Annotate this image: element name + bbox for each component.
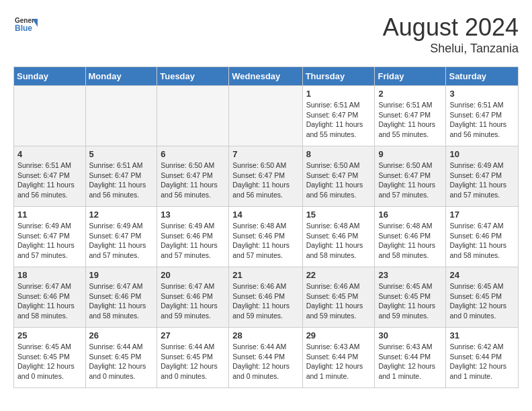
- calendar-cell: 30Sunrise: 6:43 AM Sunset: 6:44 PM Dayli…: [375, 328, 446, 388]
- logo: General Blue: [13, 13, 38, 38]
- day-info: Sunrise: 6:43 AM Sunset: 6:44 PM Dayligh…: [378, 342, 442, 381]
- logo-icon: General Blue: [13, 13, 38, 38]
- day-number: 14: [232, 210, 298, 220]
- day-info: Sunrise: 6:50 AM Sunset: 6:47 PM Dayligh…: [232, 161, 298, 200]
- title-block: August 2024 Shelui, Tanzania: [383, 13, 519, 56]
- calendar-cell: 20Sunrise: 6:47 AM Sunset: 6:46 PM Dayli…: [157, 267, 229, 328]
- calendar-cell: [157, 86, 229, 146]
- day-info: Sunrise: 6:45 AM Sunset: 6:45 PM Dayligh…: [17, 342, 82, 381]
- day-info: Sunrise: 6:47 AM Sunset: 6:46 PM Dayligh…: [449, 221, 515, 261]
- day-info: Sunrise: 6:49 AM Sunset: 6:47 PM Dayligh…: [89, 221, 154, 261]
- day-number: 29: [306, 330, 371, 340]
- calendar-header-row: SundayMondayTuesdayWednesdayThursdayFrid…: [14, 67, 519, 86]
- calendar-cell: 11Sunrise: 6:49 AM Sunset: 6:47 PM Dayli…: [14, 207, 86, 267]
- day-info: Sunrise: 6:46 AM Sunset: 6:46 PM Dayligh…: [232, 281, 298, 321]
- calendar-week-row: 1Sunrise: 6:51 AM Sunset: 6:47 PM Daylig…: [14, 86, 519, 146]
- day-number: 22: [306, 270, 371, 280]
- day-number: 15: [306, 210, 371, 220]
- day-number: 13: [161, 210, 225, 220]
- day-number: 3: [449, 89, 515, 99]
- calendar-cell: 13Sunrise: 6:49 AM Sunset: 6:46 PM Dayli…: [157, 207, 229, 267]
- location: Shelui, Tanzania: [383, 42, 519, 56]
- day-number: 27: [161, 330, 225, 340]
- calendar-cell: 19Sunrise: 6:47 AM Sunset: 6:46 PM Dayli…: [85, 267, 157, 328]
- col-header-sunday: Sunday: [14, 67, 86, 86]
- day-info: Sunrise: 6:47 AM Sunset: 6:46 PM Dayligh…: [89, 281, 154, 321]
- calendar-cell: 28Sunrise: 6:44 AM Sunset: 6:44 PM Dayli…: [229, 328, 302, 388]
- calendar-cell: 10Sunrise: 6:49 AM Sunset: 6:47 PM Dayli…: [446, 146, 519, 207]
- calendar-cell: 7Sunrise: 6:50 AM Sunset: 6:47 PM Daylig…: [229, 146, 302, 207]
- day-number: 2: [378, 89, 442, 99]
- day-number: 9: [378, 149, 442, 159]
- calendar-cell: 8Sunrise: 6:50 AM Sunset: 6:47 PM Daylig…: [302, 146, 375, 207]
- day-number: 28: [232, 330, 298, 340]
- calendar-table: SundayMondayTuesdayWednesdayThursdayFrid…: [13, 66, 519, 388]
- day-info: Sunrise: 6:44 AM Sunset: 6:44 PM Dayligh…: [232, 342, 298, 381]
- day-number: 12: [89, 210, 154, 220]
- day-number: 1: [306, 89, 371, 99]
- day-info: Sunrise: 6:49 AM Sunset: 6:47 PM Dayligh…: [17, 221, 82, 261]
- svg-text:Blue: Blue: [15, 24, 32, 33]
- day-number: 31: [449, 330, 515, 340]
- day-info: Sunrise: 6:51 AM Sunset: 6:47 PM Dayligh…: [449, 100, 515, 140]
- day-number: 20: [161, 270, 225, 280]
- day-info: Sunrise: 6:47 AM Sunset: 6:46 PM Dayligh…: [161, 281, 225, 321]
- day-info: Sunrise: 6:45 AM Sunset: 6:45 PM Dayligh…: [378, 281, 442, 321]
- day-info: Sunrise: 6:43 AM Sunset: 6:44 PM Dayligh…: [306, 342, 371, 381]
- calendar-cell: 27Sunrise: 6:44 AM Sunset: 6:45 PM Dayli…: [157, 328, 229, 388]
- day-info: Sunrise: 6:44 AM Sunset: 6:45 PM Dayligh…: [161, 342, 225, 381]
- day-number: 5: [89, 149, 154, 159]
- day-info: Sunrise: 6:44 AM Sunset: 6:45 PM Dayligh…: [89, 342, 154, 381]
- day-number: 21: [232, 270, 298, 280]
- calendar-cell: 1Sunrise: 6:51 AM Sunset: 6:47 PM Daylig…: [302, 86, 375, 146]
- calendar-week-row: 4Sunrise: 6:51 AM Sunset: 6:47 PM Daylig…: [14, 146, 519, 207]
- calendar-cell: 14Sunrise: 6:48 AM Sunset: 6:46 PM Dayli…: [229, 207, 302, 267]
- calendar-week-row: 18Sunrise: 6:47 AM Sunset: 6:46 PM Dayli…: [14, 267, 519, 328]
- calendar-cell: 18Sunrise: 6:47 AM Sunset: 6:46 PM Dayli…: [14, 267, 86, 328]
- day-info: Sunrise: 6:50 AM Sunset: 6:47 PM Dayligh…: [161, 161, 225, 200]
- calendar-cell: 6Sunrise: 6:50 AM Sunset: 6:47 PM Daylig…: [157, 146, 229, 207]
- day-info: Sunrise: 6:51 AM Sunset: 6:47 PM Dayligh…: [306, 100, 371, 140]
- calendar-cell: 21Sunrise: 6:46 AM Sunset: 6:46 PM Dayli…: [229, 267, 302, 328]
- calendar-cell: 15Sunrise: 6:48 AM Sunset: 6:46 PM Dayli…: [302, 207, 375, 267]
- day-number: 8: [306, 149, 371, 159]
- calendar-cell: 12Sunrise: 6:49 AM Sunset: 6:47 PM Dayli…: [85, 207, 157, 267]
- day-number: 16: [378, 210, 442, 220]
- day-number: 18: [17, 270, 82, 280]
- col-header-saturday: Saturday: [446, 67, 519, 86]
- calendar-cell: 26Sunrise: 6:44 AM Sunset: 6:45 PM Dayli…: [85, 328, 157, 388]
- day-info: Sunrise: 6:42 AM Sunset: 6:44 PM Dayligh…: [449, 342, 515, 381]
- calendar-cell: 2Sunrise: 6:51 AM Sunset: 6:47 PM Daylig…: [375, 86, 446, 146]
- day-number: 30: [378, 330, 442, 340]
- day-number: 7: [232, 149, 298, 159]
- day-number: 17: [449, 210, 515, 220]
- day-info: Sunrise: 6:51 AM Sunset: 6:47 PM Dayligh…: [378, 100, 442, 140]
- day-number: 26: [89, 330, 154, 340]
- day-info: Sunrise: 6:50 AM Sunset: 6:47 PM Dayligh…: [306, 161, 371, 200]
- day-info: Sunrise: 6:48 AM Sunset: 6:46 PM Dayligh…: [232, 221, 298, 261]
- calendar-cell: 5Sunrise: 6:51 AM Sunset: 6:47 PM Daylig…: [85, 146, 157, 207]
- day-info: Sunrise: 6:51 AM Sunset: 6:47 PM Dayligh…: [89, 161, 154, 200]
- day-number: 10: [449, 149, 515, 159]
- calendar-cell: 24Sunrise: 6:45 AM Sunset: 6:45 PM Dayli…: [446, 267, 519, 328]
- col-header-tuesday: Tuesday: [157, 67, 229, 86]
- day-info: Sunrise: 6:46 AM Sunset: 6:45 PM Dayligh…: [306, 281, 371, 321]
- calendar-cell: 25Sunrise: 6:45 AM Sunset: 6:45 PM Dayli…: [14, 328, 86, 388]
- calendar-week-row: 11Sunrise: 6:49 AM Sunset: 6:47 PM Dayli…: [14, 207, 519, 267]
- day-info: Sunrise: 6:49 AM Sunset: 6:46 PM Dayligh…: [161, 221, 225, 261]
- calendar-cell: [85, 86, 157, 146]
- day-number: 23: [378, 270, 442, 280]
- col-header-friday: Friday: [375, 67, 446, 86]
- calendar-cell: [229, 86, 302, 146]
- day-info: Sunrise: 6:48 AM Sunset: 6:46 PM Dayligh…: [306, 221, 371, 261]
- day-info: Sunrise: 6:45 AM Sunset: 6:45 PM Dayligh…: [449, 281, 515, 321]
- day-info: Sunrise: 6:49 AM Sunset: 6:47 PM Dayligh…: [449, 161, 515, 200]
- calendar-cell: 22Sunrise: 6:46 AM Sunset: 6:45 PM Dayli…: [302, 267, 375, 328]
- calendar-week-row: 25Sunrise: 6:45 AM Sunset: 6:45 PM Dayli…: [14, 328, 519, 388]
- day-number: 4: [17, 149, 82, 159]
- col-header-wednesday: Wednesday: [229, 67, 302, 86]
- day-number: 19: [89, 270, 154, 280]
- day-info: Sunrise: 6:48 AM Sunset: 6:46 PM Dayligh…: [378, 221, 442, 261]
- col-header-thursday: Thursday: [302, 67, 375, 86]
- calendar-cell: 16Sunrise: 6:48 AM Sunset: 6:46 PM Dayli…: [375, 207, 446, 267]
